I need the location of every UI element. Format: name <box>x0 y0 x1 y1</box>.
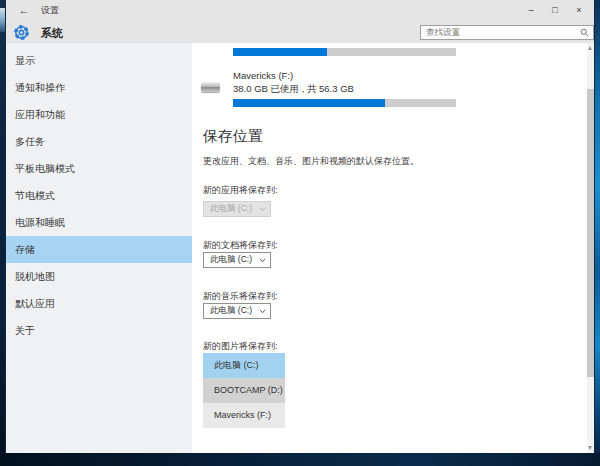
sidebar-item-offline-maps[interactable]: 脱机地图 <box>6 263 192 290</box>
new-documents-label: 新的文档将保存到: <box>203 239 278 252</box>
new-music-label: 新的音乐将保存到: <box>203 290 278 303</box>
window-controls: – □ × <box>519 0 591 20</box>
previous-drive-usage-bar <box>233 48 456 56</box>
minimize-button[interactable]: – <box>519 0 543 20</box>
dropdown-option-mavericks[interactable]: Mavericks (F:) <box>203 403 285 428</box>
new-music-value: 此电脑 (C:) <box>204 305 259 317</box>
new-music-combobox[interactable]: 此电脑 (C:) <box>203 303 271 319</box>
close-button[interactable]: × <box>567 0 591 20</box>
gear-icon <box>13 24 30 41</box>
chevron-down-icon <box>259 309 266 314</box>
scroll-down-icon[interactable] <box>588 446 592 450</box>
screen: ← 设置 – □ × 系统 查找设置 显示 <box>0 0 600 466</box>
sidebar-item-power-sleep[interactable]: 电源和睡眠 <box>6 209 192 236</box>
drive-usage-bar <box>233 99 456 107</box>
new-pictures-dropdown-list: 此电脑 (C:) BOOTCAMP (D:) Mavericks (F:) <box>203 353 285 428</box>
chevron-down-icon <box>259 207 266 212</box>
sidebar-item-tablet-mode[interactable]: 平板电脑模式 <box>6 155 192 182</box>
sidebar-item-display[interactable]: 显示 <box>6 47 192 74</box>
new-documents-combobox[interactable]: 此电脑 (C:) <box>203 252 271 268</box>
vertical-scrollbar[interactable] <box>587 43 594 453</box>
sidebar: 显示 通知和操作 应用和功能 多任务 平板电脑模式 节电模式 电源和睡眠 存储 … <box>6 43 192 453</box>
maximize-button[interactable]: □ <box>543 0 567 20</box>
new-apps-label: 新的应用将保存到: <box>203 184 278 197</box>
scroll-up-icon[interactable] <box>588 46 592 50</box>
drive-icon <box>201 82 220 92</box>
chevron-down-icon <box>259 258 266 263</box>
desktop-wallpaper-bottom <box>0 453 600 466</box>
window-header: ← 设置 – □ × 系统 查找设置 <box>6 0 594 43</box>
sidebar-item-default-apps[interactable]: 默认应用 <box>6 290 192 317</box>
storage-content: Mavericks (F:) 38.0 GB 已使用 , 共 56.3 GB 保… <box>192 43 589 453</box>
settings-window: ← 设置 – □ × 系统 查找设置 显示 <box>5 0 595 453</box>
drive-usage-fill <box>233 99 385 107</box>
sidebar-item-notifications-actions[interactable]: 通知和操作 <box>6 74 192 101</box>
new-apps-combobox: 此电脑 (C:) <box>203 201 271 217</box>
sidebar-item-about[interactable]: 关于 <box>6 317 192 344</box>
search-placeholder: 查找设置 <box>421 27 580 39</box>
sidebar-item-multitasking[interactable]: 多任务 <box>6 128 192 155</box>
save-locations-heading: 保存位置 <box>203 127 263 146</box>
dropdown-option-this-pc[interactable]: 此电脑 (C:) <box>203 353 285 378</box>
window-title: 设置 <box>41 4 59 17</box>
new-documents-value: 此电脑 (C:) <box>204 254 259 266</box>
back-icon[interactable]: ← <box>16 2 32 18</box>
sidebar-item-storage[interactable]: 存储 <box>6 236 192 263</box>
dropdown-option-bootcamp[interactable]: BOOTCAMP (D:) <box>203 378 285 403</box>
search-icon[interactable] <box>580 28 589 37</box>
drive-name[interactable]: Mavericks (F:) <box>233 70 293 81</box>
save-locations-description: 更改应用、文档、音乐、图片和视频的默认保存位置。 <box>203 155 419 168</box>
previous-drive-usage-fill <box>233 48 327 56</box>
scrollbar-thumb[interactable] <box>587 89 594 377</box>
sidebar-item-apps-features[interactable]: 应用和功能 <box>6 101 192 128</box>
new-apps-value: 此电脑 (C:) <box>204 203 259 215</box>
drive-usage-text: 38.0 GB 已使用 , 共 56.3 GB <box>233 83 354 96</box>
new-pictures-label: 新的图片将保存到: <box>203 340 278 353</box>
search-input[interactable]: 查找设置 <box>420 25 594 40</box>
sidebar-item-battery-saver[interactable]: 节电模式 <box>6 182 192 209</box>
page-title: 系统 <box>41 26 63 41</box>
